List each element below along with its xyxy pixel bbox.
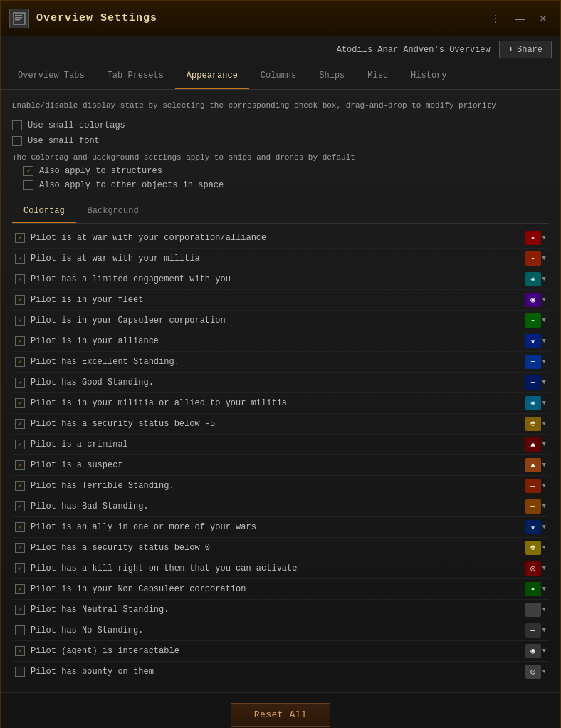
item-checkbox-6[interactable] [15, 357, 25, 367]
item-checkbox-2[interactable] [15, 274, 25, 284]
color-icon-19: — [525, 623, 541, 638]
dropdown-arrow-18: ▼ [542, 606, 546, 613]
item-checkbox-9[interactable] [15, 419, 25, 429]
dropdown-arrow-0: ▼ [542, 234, 546, 241]
menu-button[interactable]: ⋮ [486, 11, 505, 26]
item-checkbox-12[interactable] [15, 481, 25, 491]
item-label-3: Pilot is in your fleet [31, 295, 525, 305]
dropdown-arrow-6: ▼ [542, 358, 546, 365]
item-icon-btn-3[interactable]: ◉▼ [525, 293, 546, 307]
apply-other-checkbox[interactable] [23, 180, 33, 190]
title-bar: Overview Settings ⋮ — ✕ [1, 1, 560, 36]
item-icon-btn-12[interactable]: —▼ [525, 479, 546, 493]
small-colortags-row: Use small colortags [12, 120, 549, 130]
color-icon-17: ✦ [525, 582, 541, 596]
color-icon-8: ◈ [525, 396, 541, 410]
minimize-button[interactable]: — [510, 11, 529, 26]
share-button[interactable]: ⬆ Share [499, 41, 552, 58]
item-icon-btn-20[interactable]: ◉▼ [525, 644, 546, 658]
item-icon-btn-14[interactable]: ★▼ [525, 520, 546, 534]
item-checkbox-10[interactable] [15, 440, 25, 449]
item-icon-btn-18[interactable]: —▼ [525, 603, 546, 617]
item-icon-btn-6[interactable]: +▼ [525, 355, 546, 369]
item-icon-btn-0[interactable]: ✦▼ [525, 231, 546, 245]
item-checkbox-7[interactable] [15, 378, 25, 388]
share-label: Share [517, 45, 542, 55]
list-item: Pilot (agent) is interactable◉▼ [12, 641, 549, 662]
item-checkbox-1[interactable] [15, 254, 25, 264]
dropdown-arrow-21: ▼ [542, 668, 546, 675]
color-icon-16: ◎ [525, 561, 541, 576]
section-tab-colortag[interactable]: Colortag [12, 200, 76, 223]
tab-history[interactable]: History [399, 63, 458, 89]
item-checkbox-0[interactable] [15, 233, 25, 243]
list-item: Pilot is a suspect▲▼ [12, 455, 549, 476]
color-icon-18: — [525, 603, 541, 617]
list-item: Pilot has Neutral Standing.—▼ [12, 600, 549, 620]
item-checkbox-21[interactable] [15, 667, 25, 677]
item-checkbox-17[interactable] [15, 584, 25, 594]
item-icon-btn-19[interactable]: —▼ [525, 623, 546, 638]
tab-tab-presets[interactable]: Tab Presets [96, 63, 175, 89]
overview-name: Atodils Anar Andven's Overview [337, 45, 491, 55]
dropdown-arrow-2: ▼ [542, 276, 546, 283]
tab-columns[interactable]: Columns [249, 63, 308, 89]
dropdown-arrow-5: ▼ [542, 338, 546, 345]
svg-rect-2 [15, 17, 22, 19]
item-icon-btn-7[interactable]: +▼ [525, 375, 546, 390]
tab-misc[interactable]: Misc [356, 63, 399, 89]
reset-all-button[interactable]: Reset All [231, 703, 331, 727]
item-icon-btn-17[interactable]: ✦▼ [525, 582, 546, 596]
item-label-13: Pilot has Bad Standing. [31, 501, 525, 511]
item-icon-btn-9[interactable]: ☢▼ [525, 417, 546, 431]
tab-overview-tabs[interactable]: Overview Tabs [6, 63, 96, 89]
item-checkbox-14[interactable] [15, 522, 25, 532]
item-icon-btn-13[interactable]: —▼ [525, 499, 546, 514]
item-checkbox-4[interactable] [15, 316, 25, 326]
item-checkbox-5[interactable] [15, 336, 25, 346]
item-checkbox-8[interactable] [15, 398, 25, 408]
item-icon-btn-16[interactable]: ◎▼ [525, 561, 546, 576]
dropdown-arrow-7: ▼ [542, 379, 546, 386]
dropdown-arrow-14: ▼ [542, 524, 546, 531]
tab-ships[interactable]: Ships [308, 63, 356, 89]
instructions-text: Enable/disable display state by selectin… [12, 100, 549, 112]
list-item: Pilot has Good Standing.+▼ [12, 373, 549, 393]
item-icon-btn-11[interactable]: ▲▼ [525, 458, 546, 472]
color-icon-0: ✦ [525, 231, 541, 245]
item-checkbox-16[interactable] [15, 563, 25, 573]
dropdown-arrow-12: ▼ [542, 482, 546, 489]
item-icon-btn-10[interactable]: ▲▼ [525, 437, 546, 452]
list-item: Pilot has bounty on them◎▼ [12, 662, 549, 682]
color-icon-9: ☢ [525, 417, 541, 431]
list-item: Pilot has a limited engagement with you◈… [12, 269, 549, 290]
item-checkbox-3[interactable] [15, 295, 25, 305]
item-checkbox-13[interactable] [15, 501, 25, 511]
dropdown-arrow-20: ▼ [542, 648, 546, 655]
item-checkbox-11[interactable] [15, 460, 25, 470]
item-icon-btn-21[interactable]: ◎▼ [525, 665, 546, 679]
small-colortags-checkbox[interactable] [12, 120, 22, 130]
dropdown-arrow-13: ▼ [542, 503, 546, 510]
item-icon-btn-15[interactable]: ☢▼ [525, 541, 546, 555]
item-checkbox-19[interactable] [15, 625, 25, 635]
small-font-checkbox[interactable] [12, 136, 22, 146]
item-checkbox-18[interactable] [15, 605, 25, 615]
item-checkbox-20[interactable] [15, 646, 25, 656]
dropdown-arrow-19: ▼ [542, 627, 546, 634]
item-icon-btn-5[interactable]: ★▼ [525, 334, 546, 348]
apply-structures-checkbox[interactable] [23, 166, 33, 176]
item-icon-btn-8[interactable]: ◈▼ [525, 396, 546, 410]
item-checkbox-15[interactable] [15, 543, 25, 553]
small-font-label: Use small font [28, 136, 100, 146]
color-icon-12: — [525, 479, 541, 493]
item-icon-btn-2[interactable]: ◈▼ [525, 272, 546, 286]
item-icon-btn-4[interactable]: ✦▼ [525, 313, 546, 328]
close-button[interactable]: ✕ [535, 11, 552, 26]
item-label-19: Pilot has No Standing. [31, 625, 525, 635]
section-tab-background[interactable]: Background [76, 200, 150, 223]
dropdown-arrow-15: ▼ [542, 544, 546, 551]
item-icon-btn-1[interactable]: ✦▼ [525, 251, 546, 266]
tab-appearance[interactable]: Appearance [175, 63, 249, 89]
dropdown-arrow-10: ▼ [542, 441, 546, 448]
